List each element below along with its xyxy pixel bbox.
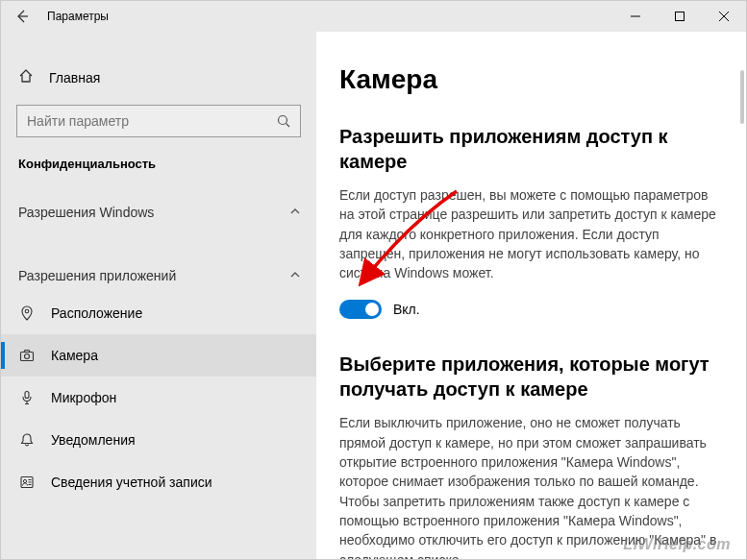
section-heading-allow: Разрешить приложениям доступ к камере — [339, 124, 719, 174]
svg-point-1 — [279, 116, 287, 125]
chevron-up-icon — [289, 204, 301, 221]
section-heading-choose-apps: Выберите приложения, которые могут получ… — [339, 352, 719, 402]
home-nav[interactable]: Главная — [1, 59, 316, 97]
maximize-button[interactable] — [658, 1, 702, 32]
group-windows-permissions[interactable]: Разрешения Windows — [1, 181, 316, 229]
titlebar: Параметры — [1, 1, 746, 32]
camera-icon — [18, 347, 36, 364]
sidebar-item-location[interactable]: Расположение — [1, 292, 316, 334]
sidebar-item-camera[interactable]: Камера — [1, 334, 316, 377]
home-label: Главная — [49, 70, 100, 85]
svg-rect-5 — [25, 392, 29, 399]
svg-point-7 — [23, 479, 26, 482]
window-body: Главная Конфиденциальность Разрешения Wi… — [1, 32, 746, 559]
sidebar-item-notifications[interactable]: Уведомления — [1, 419, 316, 461]
home-icon — [18, 68, 34, 87]
chevron-up-icon — [289, 267, 301, 284]
sidebar-item-account-info[interactable]: Сведения учетной записи — [1, 461, 316, 503]
sidebar-item-microphone[interactable]: Микрофон — [1, 377, 316, 419]
minimize-icon — [631, 12, 640, 21]
settings-window: Параметры Главная — [0, 0, 747, 560]
section-description-allow: Если доступ разрешен, вы можете с помощь… — [339, 185, 719, 282]
window-title: Параметры — [43, 10, 109, 23]
sidebar-item-label: Камера — [51, 348, 98, 363]
group-label: Разрешения Windows — [18, 205, 154, 220]
close-button[interactable] — [702, 1, 746, 32]
scrollbar-thumb[interactable] — [740, 70, 744, 124]
search-icon — [267, 106, 300, 136]
toggle-knob — [365, 303, 379, 316]
svg-point-4 — [25, 354, 30, 359]
sidebar-item-label: Сведения учетной записи — [51, 475, 212, 490]
section-header: Конфиденциальность — [1, 137, 316, 181]
maximize-icon — [675, 12, 685, 21]
account-icon — [18, 474, 36, 491]
sidebar-item-label: Уведомления — [51, 432, 136, 448]
main-content: Камера Разрешить приложениям доступ к ка… — [316, 32, 746, 559]
group-app-permissions[interactable]: Разрешения приложений — [1, 229, 316, 292]
search-input[interactable] — [17, 113, 267, 129]
sidebar: Главная Конфиденциальность Разрешения Wi… — [1, 32, 316, 559]
camera-access-toggle-row: Вкл. — [339, 300, 719, 319]
search-box[interactable] — [16, 105, 301, 137]
watermark: LiWiHelp.com — [623, 536, 731, 553]
page-title: Камера — [339, 64, 719, 95]
svg-rect-3 — [21, 353, 34, 361]
close-icon — [719, 12, 729, 21]
svg-rect-0 — [676, 12, 685, 21]
group-label: Разрешения приложений — [18, 268, 176, 283]
svg-point-2 — [25, 309, 29, 313]
sidebar-item-label: Расположение — [51, 305, 142, 321]
minimize-button[interactable] — [613, 1, 658, 32]
back-button[interactable] — [1, 1, 43, 32]
location-icon — [18, 304, 36, 322]
back-arrow-icon — [14, 9, 30, 24]
bell-icon — [18, 431, 36, 449]
microphone-icon — [18, 389, 36, 406]
camera-access-toggle[interactable] — [339, 300, 382, 319]
sidebar-item-label: Микрофон — [51, 390, 116, 405]
toggle-state-label: Вкл. — [393, 302, 420, 317]
